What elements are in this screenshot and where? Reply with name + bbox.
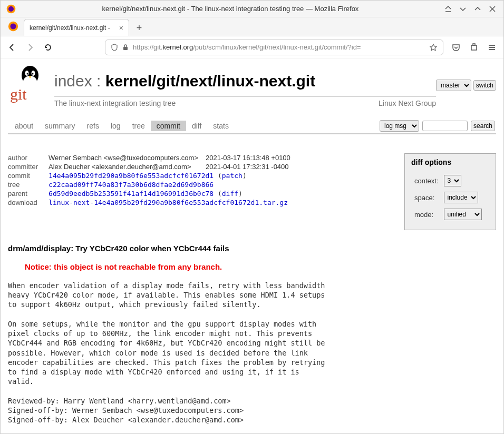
tab-tree[interactable]: tree	[127, 121, 151, 131]
svg-point-18	[32, 73, 34, 75]
pocket-icon[interactable]	[451, 42, 461, 53]
mode-select[interactable]: unified	[444, 209, 482, 220]
minimize-alt-icon[interactable]	[444, 5, 452, 13]
tree-label: tree	[8, 180, 49, 189]
committer-date: 2021-04-01 17:32:31 -0400	[206, 162, 298, 171]
commit-info-table: author Werner Sembach <wse@tuxedocompute…	[8, 153, 298, 207]
author-date: 2021-03-17 16:13:48 +0100	[206, 153, 298, 162]
commit-hash-link[interactable]: 14e4a095b29fd290a9b80f6e553adcfcf01672d1	[49, 172, 214, 180]
tab-stats[interactable]: stats	[207, 121, 235, 131]
space-select[interactable]: include	[444, 192, 478, 203]
tab-label: kernel/git/next/linux-next.git -	[30, 24, 116, 32]
window-title: kernel/git/next/linux-next.git - The lin…	[16, 5, 444, 13]
minimize-icon[interactable]	[459, 5, 467, 13]
log-type-select[interactable]: log msg	[380, 120, 419, 132]
diff-link[interactable]: diff	[222, 190, 238, 198]
tab-refs[interactable]: refs	[81, 121, 105, 131]
tab-summary[interactable]: summary	[39, 121, 81, 131]
cgit-tabs: about summary refs log tree commit diff …	[8, 120, 496, 134]
reload-button[interactable]	[43, 42, 53, 53]
commit-subject: drm/amd/display: Try YCbCr420 color when…	[8, 244, 496, 253]
browser-tabbar: kernel/git/next/linux-next.git - × +	[1, 17, 503, 36]
parent-hash-link[interactable]: 6d59d9eedb5b253591f41af14d196991d36b0c78	[49, 190, 214, 198]
svg-rect-7	[123, 47, 128, 50]
shield-icon	[111, 44, 118, 51]
space-label: space:	[412, 190, 441, 205]
menu-icon[interactable]	[487, 42, 497, 53]
extensions-icon[interactable]	[469, 42, 479, 53]
window-titlebar: kernel/git/next/linux-next.git - The lin…	[1, 1, 503, 17]
tab-diff[interactable]: diff	[186, 121, 207, 131]
back-button[interactable]	[7, 42, 17, 53]
author-label: author	[8, 153, 49, 162]
committer-label: committer	[8, 162, 49, 171]
context-select[interactable]: 3	[444, 175, 461, 186]
commit-body: When encoder validation of a display mod…	[8, 281, 496, 425]
unreachable-notice: Notice: this object is not reachable fro…	[25, 262, 496, 271]
download-link[interactable]: linux-next-14e4a095b29fd290a9b80f6e553ad…	[49, 199, 288, 206]
svg-point-17	[27, 73, 28, 75]
browser-navbar: https://git.kernel.org/pub/scm/linux/ker…	[1, 36, 503, 58]
diff-options-panel: diff options context: 3 space: include m…	[404, 153, 496, 230]
page-content: git index : kernel/git/next/linux-next.g…	[1, 58, 503, 433]
committer-name: Alex Deucher <alexander.deucher@amd.com>	[49, 162, 206, 171]
tab-log[interactable]: log	[105, 121, 127, 131]
new-tab-button[interactable]: +	[131, 20, 147, 36]
switch-button[interactable]	[473, 80, 496, 91]
tab-about[interactable]: about	[9, 121, 39, 131]
diff-options-title: diff options	[411, 158, 489, 166]
maximize-icon[interactable]	[474, 5, 481, 13]
forward-button[interactable]	[25, 42, 35, 53]
context-label: context:	[412, 173, 441, 189]
svg-point-1	[8, 6, 14, 12]
git-logo[interactable]: git	[8, 64, 50, 106]
browser-tab[interactable]: kernel/git/next/linux-next.git - ×	[24, 19, 129, 36]
bookmark-icon[interactable]	[429, 43, 438, 52]
url-bar[interactable]: https://git.kernel.org/pub/scm/linux/ker…	[105, 40, 443, 55]
repo-subtitle: The linux-next integration testing tree	[54, 99, 379, 107]
page-title: index : kernel/git/next/linux-next.git	[54, 72, 436, 90]
mode-label: mode:	[412, 206, 441, 222]
patch-link[interactable]: patch	[222, 172, 243, 180]
download-label: download	[8, 198, 49, 207]
commit-label: commit	[8, 171, 49, 180]
firefox-icon	[6, 4, 16, 14]
url-text: https://git.kernel.org/pub/scm/linux/ker…	[133, 43, 425, 51]
svg-point-6	[11, 24, 16, 29]
repo-owner: Linux Next Group	[379, 99, 436, 107]
svg-rect-8	[471, 45, 477, 50]
parent-label: parent	[8, 189, 49, 198]
tab-commit[interactable]: commit	[151, 121, 186, 131]
svg-text:git: git	[10, 85, 27, 103]
close-icon[interactable]	[489, 5, 496, 13]
search-input[interactable]	[422, 121, 468, 131]
author-name: Werner Sembach <wse@tuxedocomputers.com>	[49, 153, 206, 162]
branch-select[interactable]: master	[436, 80, 471, 91]
lock-icon	[122, 44, 129, 51]
tab-close-icon[interactable]: ×	[119, 24, 123, 32]
tree-hash-link[interactable]: c22caad09ff740a83f7a30b6d8dfae2d69d9b866	[49, 181, 214, 189]
svg-rect-9	[473, 44, 475, 45]
search-button[interactable]	[471, 121, 495, 131]
unreachable-notice-bottom: Notice: this object is not reachable fro…	[17, 433, 496, 433]
firefox-home-icon[interactable]	[6, 19, 21, 34]
